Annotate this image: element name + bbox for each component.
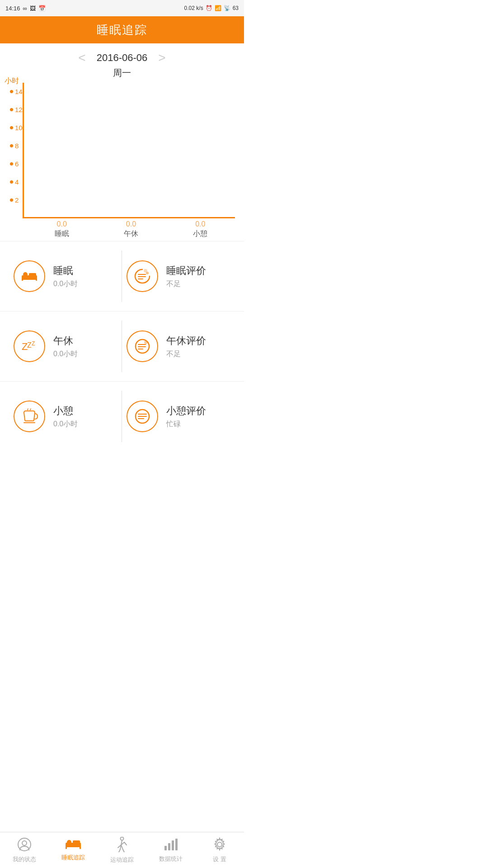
stats-info-nap-eval: 午休评价 不足 — [166, 334, 206, 359]
x-name-rest: 小憩 — [193, 229, 207, 239]
date-nav-row: < 2016-06-06 > — [78, 51, 165, 65]
x-name-nap: 午休 — [124, 229, 138, 239]
app-header: 睡眠追踪 — [0, 16, 244, 43]
y-axis — [23, 83, 24, 218]
y-tick-4: 4 — [10, 178, 19, 186]
y-tick-dot-6 — [10, 162, 13, 165]
status-image-icon: 🖼 — [30, 5, 36, 12]
chart-area: 小时 14 12 10 8 6 — [23, 83, 235, 218]
y-tick-8: 8 — [10, 142, 19, 150]
sleep-eval-label: 睡眠评价 — [166, 264, 206, 278]
bed-icon — [21, 270, 38, 283]
y-tick-dot-12 — [10, 108, 13, 111]
chart-container: 小时 14 12 10 8 6 — [0, 83, 244, 236]
svg-rect-2 — [36, 278, 37, 281]
status-infinity: ∞ — [23, 5, 27, 12]
x-value-sleep: 0.0 — [57, 220, 67, 228]
nap-value: 0.0小时 — [53, 349, 78, 359]
status-right: 0.02 k/s ⏰ 📶 📡 63 — [184, 5, 239, 11]
sleep-eval-icon — [134, 268, 151, 285]
stats-info-rest: 小憩 0.0小时 — [53, 404, 78, 429]
section-divider-mid1 — [0, 311, 244, 311]
rest-value: 0.0小时 — [53, 420, 78, 429]
stats-cell-nap-eval: 午休评价 不足 — [122, 321, 235, 372]
svg-point-5 — [23, 272, 28, 277]
stats-row-nap: Z Z Z 午休 0.0小时 午休评价 — [0, 316, 244, 377]
stats-cell-rest-eval: 小憩评价 忙碌 — [122, 391, 235, 442]
sleep-value: 0.0小时 — [53, 279, 78, 289]
sleep-icon-circle — [14, 260, 45, 292]
x-labels: 0.0 睡眠 0.0 午休 0.0 小憩 — [27, 218, 235, 239]
x-label-rest: 0.0 小憩 — [193, 220, 207, 239]
sleep-eval-icon-circle — [127, 260, 158, 292]
current-day: 周一 — [113, 67, 131, 79]
status-battery: 63 — [233, 5, 239, 11]
zzz-icon: Z Z Z — [20, 339, 39, 354]
main-content: < 2016-06-06 > 周一 小时 14 12 10 — [0, 43, 244, 487]
app-title: 睡眠追踪 — [97, 22, 147, 38]
status-alarm-icon: ⏰ — [206, 5, 212, 11]
rest-eval-icon-circle — [127, 401, 158, 432]
x-name-sleep: 睡眠 — [55, 229, 69, 239]
svg-point-8 — [146, 272, 149, 274]
x-label-nap: 0.0 午休 — [124, 220, 138, 239]
stats-info-sleep: 睡眠 0.0小时 — [53, 264, 78, 289]
svg-point-16 — [144, 340, 148, 344]
nap-eval-icon — [134, 338, 151, 355]
stats-info-nap: 午休 0.0小时 — [53, 334, 78, 359]
section-divider-mid2 — [0, 381, 244, 382]
status-time: 14:16 — [5, 5, 20, 12]
nap-eval-label: 午休评价 — [166, 334, 206, 348]
y-axis-label: 小时 — [5, 76, 19, 86]
stats-info-rest-eval: 小憩评价 忙碌 — [166, 404, 206, 429]
status-left: 14:16 ∞ 🖼 📅 — [5, 5, 46, 12]
status-wifi-icon: 📶 — [215, 5, 221, 11]
current-date: 2016-06-06 — [97, 52, 148, 64]
stats-cell-rest: 小憩 0.0小时 — [9, 391, 122, 442]
y-tick-6: 6 — [10, 160, 19, 168]
svg-text:Z: Z — [27, 341, 32, 349]
stats-info-sleep-eval: 睡眠评价 不足 — [166, 264, 206, 289]
date-nav: < 2016-06-06 > 周一 — [0, 43, 244, 83]
status-bar: 14:16 ∞ 🖼 📅 0.02 k/s ⏰ 📶 📡 63 — [0, 0, 244, 16]
y-tick-12: 12 — [10, 106, 23, 113]
stats-cell-sleep: 睡眠 0.0小时 — [9, 250, 122, 302]
rest-eval-label: 小憩评价 — [166, 404, 206, 418]
stats-row-rest: 小憩 0.0小时 小憩评价 忙碌 — [0, 386, 244, 447]
x-value-rest: 0.0 — [195, 220, 205, 228]
y-tick-dot-4 — [10, 180, 13, 184]
section-divider-top — [0, 241, 244, 241]
x-label-sleep: 0.0 睡眠 — [55, 220, 69, 239]
stats-cell-nap: Z Z Z 午休 0.0小时 — [9, 321, 122, 372]
svg-text:Z: Z — [32, 340, 35, 347]
stats-row-sleep: 睡眠 0.0小时 睡眠评价 不足 — [0, 246, 244, 307]
status-speed: 0.02 k/s — [184, 5, 203, 11]
svg-rect-1 — [22, 278, 23, 281]
y-tick-10: 10 — [10, 124, 23, 132]
coffee-icon — [20, 408, 38, 425]
y-tick-dot-8 — [10, 144, 13, 147]
x-value-nap: 0.0 — [126, 220, 136, 228]
nap-eval-value: 不足 — [166, 349, 206, 359]
x-axis — [23, 217, 235, 218]
nap-label: 午休 — [53, 334, 78, 348]
sleep-label: 睡眠 — [53, 264, 78, 278]
svg-rect-6 — [29, 273, 36, 276]
next-date-arrow[interactable]: > — [158, 51, 165, 65]
status-calendar-icon: 📅 — [38, 5, 46, 12]
sleep-eval-value: 不足 — [166, 279, 206, 289]
rest-eval-value: 忙碌 — [166, 420, 206, 429]
stats-cell-sleep-eval: 睡眠评价 不足 — [122, 250, 235, 302]
nap-eval-icon-circle — [127, 330, 158, 362]
y-tick-dot-10 — [10, 126, 13, 129]
rest-label: 小憩 — [53, 404, 78, 418]
rest-icon-circle — [14, 401, 45, 432]
rest-eval-icon — [134, 408, 151, 425]
nap-icon-circle: Z Z Z — [14, 330, 45, 362]
y-tick-dot-2 — [10, 198, 13, 202]
y-tick-2: 2 — [10, 196, 19, 204]
y-tick-14: 14 — [10, 88, 23, 95]
status-signal-icon: 📡 — [224, 5, 230, 11]
prev-date-arrow[interactable]: < — [78, 51, 85, 65]
y-tick-dot-14 — [10, 90, 13, 93]
